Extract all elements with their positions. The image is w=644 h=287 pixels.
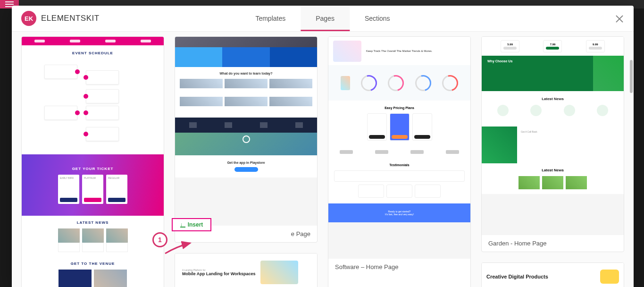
section-title: What do you want to learn today? [180,72,312,75]
template-card-mobile[interactable]: A Landing Platform for Mobile App Landin… [175,253,318,287]
section-title: Testimonials [334,163,465,167]
section-title: EVENT SCHEDULE [25,51,160,55]
section-title: GET YOUR TICKET [72,167,114,171]
template-card-education[interactable]: What do you want to learn today? [175,36,318,243]
templates-grid: EVENT SCHEDULE GET YOUR TICKET [21,36,624,287]
template-label: Garden - Home Page [482,235,624,252]
annotation-marker: 1 [152,232,167,247]
section-title: Latest News [486,168,619,172]
template-label: Software – Home Page [328,259,470,275]
template-preview: EVENT SCHEDULE GET YOUR TICKET [22,37,164,287]
brand-area: EK ELEMENTSKIT [21,11,100,26]
tab-templates[interactable]: Templates [240,6,301,31]
close-icon[interactable] [615,14,624,23]
insert-label: Insert [188,221,203,228]
tab-sections[interactable]: Sections [350,6,405,31]
section-title: Creative Digital Products [486,274,595,279]
modal-tabs: Templates Pages Sections [240,6,405,31]
template-preview: Creative Digital Products [482,263,624,287]
templates-modal: EK ELEMENTSKIT Templates Pages Sections … [12,6,634,287]
template-preview: Keep Track The Overall The Market Trends… [328,37,470,259]
section-title: Get the app in Playstore [181,161,311,164]
download-icon [180,222,185,228]
brand-name: ELEMENTSKIT [41,14,100,23]
template-preview: What do you want to learn today? [175,37,317,226]
template-preview: A Landing Platform for Mobile App Landin… [175,253,317,287]
insert-button[interactable]: Insert [172,218,211,231]
section-title: Easy Pricing Plans [334,106,465,110]
brand-badge: EK [21,11,36,26]
template-card-event[interactable]: EVENT SCHEDULE GET YOUR TICKET [21,36,164,287]
section-title: GET TO THE VENUE [25,262,160,266]
section-title: LATEST NEWS [25,220,160,225]
modal-header: EK ELEMENTSKIT Templates Pages Sections [12,6,634,32]
section-title: Mobile App Landing for Workspaces [182,271,256,276]
template-preview: 5.99 7.99 9.99 Why Choose Us Latest News [482,37,624,235]
section-title: Latest News [486,97,619,101]
template-card-software[interactable]: Keep Track The Overall The Market Trends… [328,36,471,287]
scrollbar-indicator[interactable] [630,60,633,93]
tab-pages[interactable]: Pages [301,6,350,31]
modal-body[interactable]: EVENT SCHEDULE GET YOUR TICKET [12,32,634,287]
template-card-creative[interactable]: Creative Digital Products [481,262,624,287]
template-card-garden[interactable]: 5.99 7.99 9.99 Why Choose Us Latest News [481,36,624,252]
